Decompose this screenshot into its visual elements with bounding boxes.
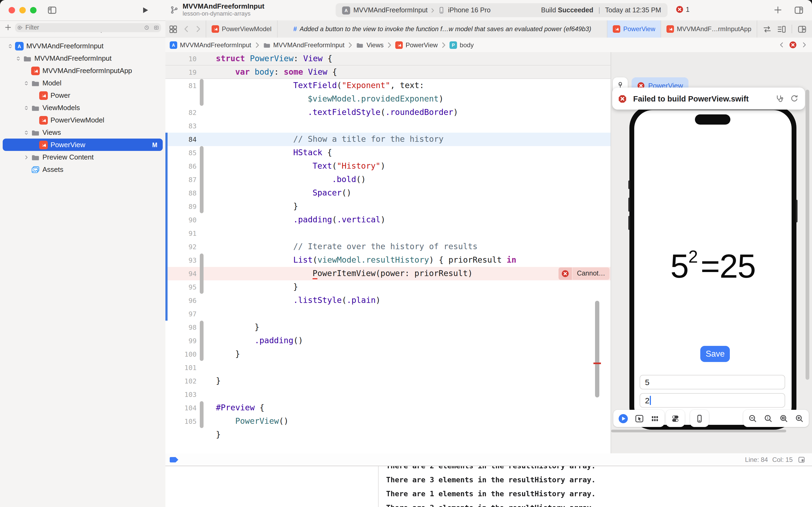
code-line-10[interactable]: 10struct PowerView: View { (165, 52, 611, 65)
code-line-19[interactable]: 19var body: some View { (165, 65, 611, 79)
code-line-105[interactable]: 105PowerView() (165, 415, 611, 428)
device-settings-button[interactable] (666, 410, 685, 427)
disclosure-down-icon[interactable] (23, 105, 29, 110)
code-line-95[interactable]: 95} (165, 280, 611, 294)
zoom-fit-button[interactable] (779, 414, 789, 423)
inline-error-annotation[interactable]: Cannot… (559, 268, 610, 280)
code-line-92[interactable]: 92// Iterate over the history of results (165, 240, 611, 253)
sidebar-item-preview-content[interactable]: Preview Content (0, 151, 165, 163)
build-status[interactable]: Build Succeeded | Today at 12:35 PM (541, 6, 661, 14)
line-number[interactable]: 81 (169, 79, 196, 92)
tab-mvvmandf-rminputapp[interactable]: MVVMAndF…rmInputApp (661, 20, 757, 38)
line-number[interactable]: 89 (169, 200, 196, 213)
fold-ribbon[interactable] (200, 321, 204, 334)
breadcrumb-body[interactable]: Pbody (450, 41, 474, 49)
recent-filter-icon[interactable] (144, 24, 150, 31)
previous-issue-button[interactable] (778, 41, 785, 48)
fold-ribbon[interactable] (200, 347, 204, 361)
build-error-banner[interactable]: Failed to build PowerView.swift (612, 88, 805, 110)
error-count-badge[interactable]: 1 (676, 5, 690, 13)
canvas-horizontal-scrollbar[interactable] (611, 430, 786, 432)
tab-overview-icon[interactable] (169, 24, 178, 34)
code-line-99[interactable]: 99.padding() (165, 334, 611, 347)
preview-device-button[interactable] (690, 410, 709, 427)
line-number[interactable]: 93 (169, 253, 196, 267)
navigator-filter-input[interactable] (24, 23, 142, 31)
code-line-89[interactable]: 89} (165, 200, 611, 213)
inspector-toggle-icon[interactable] (794, 5, 804, 15)
code-line-104[interactable]: 104#Preview { (165, 401, 611, 415)
variants-mode-button[interactable] (650, 414, 659, 423)
disclosure-down-icon[interactable] (15, 56, 21, 61)
tab-powerview[interactable]: PowerView (607, 20, 661, 38)
code-line-87[interactable]: 87.bold() (165, 173, 611, 186)
fold-ribbon[interactable] (200, 253, 204, 267)
breadcrumb-mvvmandfreeforminput[interactable]: MVVMAndFreeformInput (263, 41, 344, 49)
sidebar-item-views[interactable]: Views (0, 126, 165, 138)
console-output[interactable]: There are 2 elements in the resultHistor… (379, 466, 812, 507)
zoom-in-button[interactable] (795, 414, 804, 423)
code-line-94[interactable]: 94PowerItemView(power: priorResult)Canno… (165, 267, 611, 280)
line-number[interactable]: 97 (169, 307, 196, 321)
line-number[interactable]: 98 (169, 321, 196, 334)
sidebar-toggle-icon[interactable] (47, 5, 57, 15)
zoom-button[interactable] (30, 7, 37, 13)
code-line-103[interactable]: 103 (165, 388, 611, 401)
filter-scope-icon[interactable] (153, 24, 159, 31)
exponent-number-field[interactable]: 2 (640, 393, 785, 408)
code-line-83[interactable]: 83 (165, 119, 611, 133)
add-editor-icon[interactable] (798, 24, 807, 34)
code-line-101[interactable]: 101 (165, 361, 611, 374)
sidebar-item-mvvmandfreeforminput[interactable]: AMVVMAndFreeformInput (0, 40, 165, 52)
line-number[interactable]: 90 (169, 213, 196, 227)
close-button[interactable] (9, 7, 15, 13)
breadcrumb-views[interactable]: Views (356, 41, 384, 49)
editor-layout-icon[interactable] (777, 24, 786, 34)
refresh-preview-icon[interactable] (790, 94, 799, 103)
error-scroll-marker[interactable] (593, 362, 601, 364)
tab-powerviewmodel[interactable]: PowerViewModel (206, 20, 277, 38)
next-issue-button[interactable] (801, 41, 808, 48)
sidebar-item-power[interactable]: Power (0, 89, 165, 102)
breadcrumb-mvvmandfreeforminput[interactable]: AMVVMAndFreeformInput (170, 41, 251, 49)
sidebar-item-assets[interactable]: Assets (0, 163, 165, 176)
code-line-wrap[interactable]: $viewModel.providedExponent) (165, 92, 611, 106)
fold-ribbon[interactable] (200, 186, 204, 200)
zoom-100-button[interactable]: 1 (764, 414, 773, 423)
line-number[interactable]: 94 (169, 267, 196, 280)
fold-ribbon[interactable] (200, 415, 204, 428)
line-number[interactable]: 19 (169, 65, 196, 79)
code-line-82[interactable]: 82.textFieldStyle(.roundedBorder) (165, 106, 611, 119)
minimize-button[interactable] (19, 7, 26, 13)
fold-ribbon[interactable] (200, 92, 204, 106)
line-number[interactable]: 99 (169, 334, 196, 347)
swap-editor-icon[interactable] (763, 24, 772, 34)
fold-ribbon[interactable] (200, 146, 204, 160)
editor-scrollbar[interactable] (595, 301, 599, 397)
code-line-97[interactable]: 97 (165, 307, 611, 321)
code-line-91[interactable]: 91 (165, 227, 611, 240)
line-col-indicator[interactable]: Line: 84Col: 15 (745, 456, 793, 463)
line-number[interactable]: 101 (169, 361, 196, 374)
source-editor[interactable]: 10struct PowerView: View {19var body: so… (165, 52, 611, 453)
sidebar-item-mvvmandfreeforminputapp[interactable]: MVVMAndFreeformInputApp (0, 64, 165, 77)
disclosure-down-icon[interactable] (23, 130, 29, 135)
line-number[interactable]: 100 (169, 347, 196, 361)
line-number[interactable]: 103 (169, 388, 196, 401)
run-destination[interactable]: iPhone 16 Pro (448, 6, 490, 14)
code-line-88[interactable]: 88Spacer() (165, 186, 611, 200)
fold-ribbon[interactable] (200, 334, 204, 347)
live-preview-button[interactable] (618, 413, 628, 424)
issue-badge-icon[interactable] (789, 41, 797, 49)
line-number[interactable]: 91 (169, 227, 196, 240)
line-number[interactable]: 87 (169, 173, 196, 186)
line-number[interactable]: 85 (169, 146, 196, 160)
line-number[interactable]: 95 (169, 280, 196, 294)
disclosure-right-icon[interactable] (23, 154, 29, 160)
code-line-90[interactable]: 90.padding(.vertical) (165, 213, 611, 227)
minimap-toggle-icon[interactable] (798, 456, 806, 463)
line-number[interactable]: 104 (169, 401, 196, 415)
sidebar-item-mvvmandfreeforminput[interactable]: MVVMAndFreeformInput (0, 52, 165, 64)
line-number[interactable]: 105 (169, 415, 196, 428)
fold-ribbon[interactable] (200, 280, 204, 294)
